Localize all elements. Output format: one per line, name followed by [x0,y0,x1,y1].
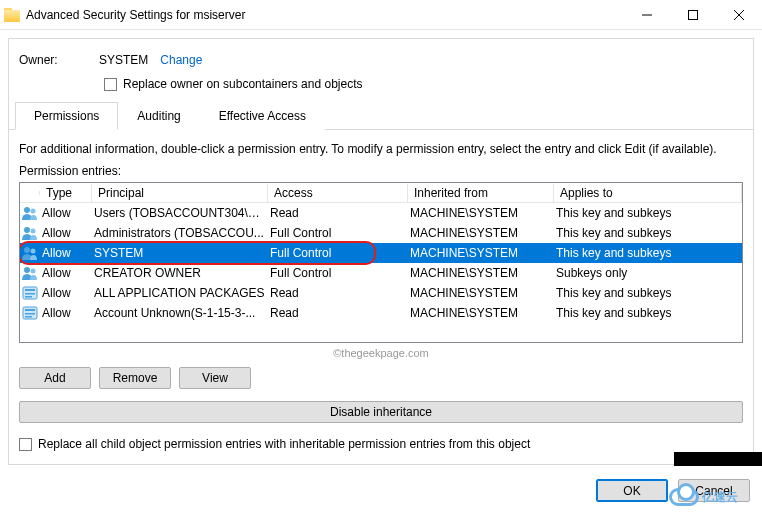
col-inherited[interactable]: Inherited from [408,184,554,202]
cell-principal: ALL APPLICATION PACKAGES [92,286,268,300]
folder-icon [4,8,20,22]
cell-access: Read [268,306,408,320]
minimize-button[interactable] [624,0,670,30]
cell-access: Full Control [268,226,408,240]
col-type[interactable]: Type [40,184,92,202]
cell-principal: Account Unknown(S-1-15-3-... [92,306,268,320]
svg-rect-15 [25,296,32,298]
action-buttons: Add Remove View [9,359,753,395]
cell-inherited: MACHINE\SYSTEM [408,306,554,320]
package-icon [20,306,40,320]
table-row[interactable]: AllowALL APPLICATION PACKAGESReadMACHINE… [20,283,742,303]
cell-type: Allow [40,246,92,260]
cell-type: Allow [40,206,92,220]
users-icon [20,266,40,280]
svg-point-6 [24,227,30,233]
col-applies[interactable]: Applies to [554,184,742,202]
svg-point-4 [24,207,30,213]
cell-inherited: MACHINE\SYSTEM [408,266,554,280]
cell-principal: CREATOR OWNER [92,266,268,280]
cell-inherited: MACHINE\SYSTEM [408,246,554,260]
view-button[interactable]: View [179,367,251,389]
col-access[interactable]: Access [268,184,408,202]
cell-type: Allow [40,226,92,240]
watermark: ©thegeekpage.com [9,347,753,359]
table-row[interactable]: AllowSYSTEMFull ControlMACHINE\SYSTEMThi… [20,243,742,263]
svg-rect-18 [25,313,35,315]
window-title: Advanced Security Settings for msiserver [26,8,624,22]
cell-applies: This key and subkeys [554,286,742,300]
cell-applies: This key and subkeys [554,206,742,220]
users-icon [20,226,40,240]
cell-inherited: MACHINE\SYSTEM [408,206,554,220]
svg-point-11 [31,269,36,274]
table-header: Type Principal Access Inherited from App… [20,183,742,203]
replace-all-checkbox[interactable] [19,438,32,451]
owner-value: SYSTEM [99,53,148,67]
tab-effective-access[interactable]: Effective Access [200,102,325,130]
table-row[interactable]: AllowUsers (TOBSACCOUNT304\Us...ReadMACH… [20,203,742,223]
owner-label: Owner: [19,53,99,67]
cell-access: Read [268,286,408,300]
svg-point-5 [31,209,36,214]
replace-all-label: Replace all child object permission entr… [38,437,530,451]
svg-rect-17 [25,309,35,311]
replace-owner-checkbox[interactable] [104,78,117,91]
replace-all-row: Replace all child object permission entr… [9,429,753,459]
disable-inheritance-button[interactable]: Disable inheritance [19,401,743,423]
tabstrip: Permissions Auditing Effective Access [9,101,753,130]
col-principal[interactable]: Principal [92,184,268,202]
cell-access: Read [268,206,408,220]
cell-inherited: MACHINE\SYSTEM [408,286,554,300]
cell-inherited: MACHINE\SYSTEM [408,226,554,240]
cell-type: Allow [40,286,92,300]
cell-type: Allow [40,306,92,320]
cell-principal: SYSTEM [92,246,268,260]
cell-applies: This key and subkeys [554,226,742,240]
svg-rect-13 [25,289,35,291]
svg-point-9 [31,249,36,254]
table-row[interactable]: AllowAccount Unknown(S-1-15-3-...ReadMAC… [20,303,742,323]
cell-type: Allow [40,266,92,280]
package-icon [20,286,40,300]
replace-owner-label: Replace owner on subcontainers and objec… [123,77,362,91]
cell-applies: Subkeys only [554,266,742,280]
maximize-button[interactable] [670,0,716,30]
yisu-logo: 亿速云 [669,488,738,506]
users-icon [20,206,40,220]
info-text: For additional information, double-click… [9,130,753,164]
change-owner-link[interactable]: Change [160,53,202,67]
owner-row: Owner: SYSTEM Change [9,39,753,73]
permissions-table: Type Principal Access Inherited from App… [19,182,743,343]
tab-permissions[interactable]: Permissions [15,102,118,130]
svg-rect-1 [689,10,698,19]
cell-access: Full Control [268,246,408,260]
remove-button[interactable]: Remove [99,367,171,389]
replace-owner-row: Replace owner on subcontainers and objec… [94,73,753,101]
svg-point-8 [24,247,30,253]
svg-rect-19 [25,316,32,318]
close-button[interactable] [716,0,762,30]
svg-point-10 [24,267,30,273]
ok-button[interactable]: OK [596,479,668,502]
users-icon [20,246,40,260]
svg-point-7 [31,229,36,234]
cell-principal: Users (TOBSACCOUNT304\Us... [92,206,268,220]
cell-access: Full Control [268,266,408,280]
add-button[interactable]: Add [19,367,91,389]
titlebar: Advanced Security Settings for msiserver [0,0,762,30]
table-row[interactable]: AllowCREATOR OWNERFull ControlMACHINE\SY… [20,263,742,283]
svg-rect-14 [25,293,35,295]
cell-principal: Administrators (TOBSACCOU... [92,226,268,240]
entries-label: Permission entries: [9,164,753,182]
tab-auditing[interactable]: Auditing [118,102,199,130]
dialog-body: Owner: SYSTEM Change Replace owner on su… [8,38,754,465]
black-overlay [674,452,762,466]
cell-applies: This key and subkeys [554,306,742,320]
cloud-icon [669,488,699,506]
yisu-text: 亿速云 [702,489,738,506]
cell-applies: This key and subkeys [554,246,742,260]
table-row[interactable]: AllowAdministrators (TOBSACCOU...Full Co… [20,223,742,243]
